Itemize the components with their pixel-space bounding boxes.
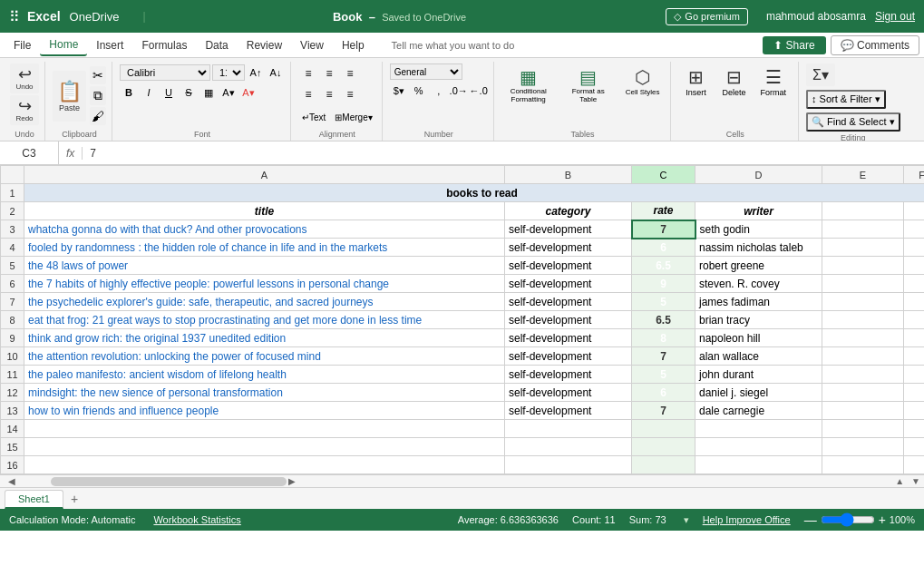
cell-E11[interactable] (822, 366, 904, 384)
number-format-select[interactable]: General Number Currency (390, 63, 462, 80)
cell-E4[interactable] (822, 239, 904, 257)
cell-C9[interactable]: 8 (632, 329, 695, 347)
cell-A5[interactable]: the 48 laws of power (24, 257, 505, 275)
cell-F9[interactable] (904, 329, 925, 347)
menu-view[interactable]: View (291, 35, 333, 55)
format-as-table-button[interactable]: ▤ Format as Table (561, 63, 616, 107)
cell-B10[interactable]: self-development (505, 347, 632, 366)
cell-B16[interactable] (505, 456, 632, 474)
bold-button[interactable]: B (120, 83, 138, 102)
cell-F15[interactable] (904, 438, 925, 456)
cell-reference[interactable]: C3 (0, 142, 59, 164)
share-button[interactable]: ⬆ Share (763, 36, 825, 54)
col-header-rate[interactable]: rate (632, 202, 695, 220)
cell-A14[interactable] (24, 420, 505, 438)
scroll-left-btn[interactable]: ◀ (0, 476, 24, 486)
menu-insert[interactable]: Insert (87, 35, 132, 55)
cell-A6[interactable]: the 7 habits of highly effective people:… (24, 275, 505, 293)
cell-A12[interactable]: mindsight: the new sience of personal tr… (24, 384, 505, 402)
border-button[interactable]: ▦ (199, 83, 218, 102)
insert-cells-button[interactable]: ⊞ Insert (678, 63, 715, 100)
decrease-font-button[interactable]: A↓ (267, 63, 285, 82)
cell-C7[interactable]: 5 (632, 293, 695, 311)
align-center[interactable]: ≡ (319, 84, 339, 104)
align-top-left[interactable]: ≡ (298, 63, 318, 83)
cell-F16[interactable] (904, 456, 925, 474)
cell-D4[interactable]: nassim nicholas taleb (695, 239, 822, 257)
col-header-D[interactable]: D (695, 166, 822, 184)
format-painter-button[interactable]: 🖌 (90, 107, 106, 125)
cell-A15[interactable] (24, 438, 505, 456)
align-top-right[interactable]: ≡ (340, 63, 360, 83)
copy-button[interactable]: ⧉ (90, 86, 106, 105)
cell-D10[interactable]: alan wallace (695, 347, 822, 366)
cell-F11[interactable] (904, 366, 925, 384)
strikethrough-button[interactable]: S (180, 83, 198, 102)
cell-D12[interactable]: daniel j. siegel (695, 384, 822, 402)
cell-E10[interactable] (822, 347, 904, 366)
cell-C10[interactable]: 7 (632, 347, 695, 366)
sort-filter-button[interactable]: ↕ Sort & Filter ▾ (806, 90, 886, 109)
cell-B12[interactable]: self-development (505, 384, 632, 402)
cell-F12[interactable] (904, 384, 925, 402)
undo-button[interactable]: ↩ Undo (10, 63, 39, 93)
wrap-text-button[interactable]: ↵Text (298, 107, 329, 127)
zoom-slider[interactable] (821, 512, 875, 527)
col-header-category[interactable]: category (505, 202, 632, 220)
cell-E13[interactable] (822, 402, 904, 420)
sheet-tab-sheet1[interactable]: Sheet1 (5, 490, 63, 509)
font-name-select[interactable]: Calibri (120, 64, 210, 81)
cell-D7[interactable]: james fadiman (695, 293, 822, 311)
cell-D16[interactable] (695, 456, 822, 474)
cell-E14[interactable] (822, 420, 904, 438)
cell-A16[interactable] (24, 456, 505, 474)
cut-button[interactable]: ✂ (90, 66, 106, 84)
cell-F3[interactable] (904, 220, 925, 239)
cell-F13[interactable] (904, 402, 925, 420)
underline-button[interactable]: U (160, 83, 178, 102)
cell-C11[interactable]: 5 (632, 366, 695, 384)
cell-D8[interactable]: brian tracy (695, 311, 822, 329)
currency-button[interactable]: $▾ (390, 82, 408, 100)
cell-A10[interactable]: the attention revolution: unlocking the … (24, 347, 505, 366)
cell-B8[interactable]: self-development (505, 311, 632, 329)
sum-dropdown[interactable]: ▾ (684, 514, 689, 526)
redo-button[interactable]: ↪ Redo (10, 95, 39, 125)
formula-input[interactable] (83, 147, 924, 160)
cell-E8[interactable] (822, 311, 904, 329)
menu-data[interactable]: Data (196, 35, 237, 55)
cell-C14[interactable] (632, 420, 695, 438)
cell-D5[interactable]: robert greene (695, 257, 822, 275)
menu-formulas[interactable]: Formulas (132, 35, 196, 55)
cell-B3[interactable]: self-development (505, 220, 632, 239)
cell-F6[interactable] (904, 275, 925, 293)
cell-D13[interactable]: dale carnegie (695, 402, 822, 420)
col-header-A[interactable]: A (24, 166, 505, 184)
workbook-stats-link[interactable]: Workbook Statistics (153, 514, 240, 525)
col-header-C[interactable]: C (632, 166, 695, 184)
sum-button[interactable]: Σ▾ (806, 63, 835, 86)
cell-C15[interactable] (632, 438, 695, 456)
col-header-title[interactable]: title (24, 202, 505, 220)
cell-E3[interactable] (822, 220, 904, 239)
font-color-button[interactable]: A▾ (239, 83, 258, 102)
cell-B6[interactable]: self-development (505, 275, 632, 293)
onedrive-label[interactable]: OneDrive (70, 10, 120, 24)
cell-F8[interactable] (904, 311, 925, 329)
fill-color-button[interactable]: A▾ (219, 83, 238, 102)
comma-button[interactable]: , (430, 82, 448, 100)
title-cell[interactable]: books to read (24, 184, 925, 202)
paste-button[interactable]: 📋 Paste (53, 71, 86, 122)
add-sheet-button[interactable]: + (63, 489, 85, 509)
cell-B14[interactable] (505, 420, 632, 438)
conditional-formatting-button[interactable]: ▦ Conditional Formatting (501, 63, 556, 107)
cell-F14[interactable] (904, 420, 925, 438)
cell-C8[interactable]: 6.5 (632, 311, 695, 329)
cell-B4[interactable]: self-development (505, 239, 632, 257)
cell-A13[interactable]: how to win friends and influence people (24, 402, 505, 420)
cell-C3[interactable]: 7 (632, 220, 695, 239)
scroll-right-btn[interactable]: ▶ (288, 476, 296, 486)
cell-D6[interactable]: steven. R. covey (695, 275, 822, 293)
cell-A4[interactable]: fooled by randomness : the hidden role o… (24, 239, 505, 257)
sign-out-link[interactable]: Sign out (875, 10, 915, 23)
